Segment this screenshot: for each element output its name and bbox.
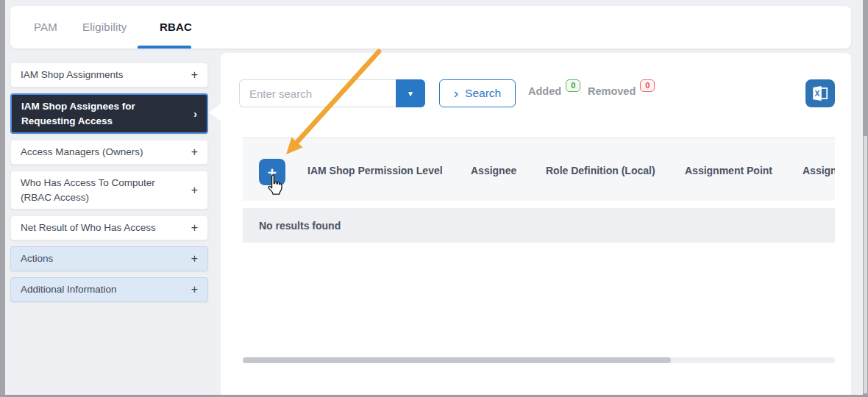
sidebar-item-label: IAM Shop Assignees for Requesting Access <box>21 99 182 128</box>
empty-results-row: No results found <box>243 208 835 243</box>
sidebar: IAM Shop Assignments + IAM Shop Assignee… <box>10 62 208 308</box>
sidebar-item-label: Actions <box>21 251 172 266</box>
sidebar-item-who-has-access[interactable]: Who Has Access To Computer (RBAC Access)… <box>10 171 208 210</box>
removed-counter: Removed 0 <box>588 85 655 99</box>
window-frame-left <box>0 0 5 397</box>
sidebar-item-iam-shop-assignments[interactable]: IAM Shop Assignments + <box>10 62 208 87</box>
sidebar-item-label: IAM Shop Assignments <box>21 68 172 82</box>
window-vertical-scrollbar[interactable] <box>864 136 867 393</box>
chevron-right-icon: › <box>193 108 197 120</box>
search-button-label: Search <box>465 87 501 100</box>
selected-item-pointer-notch <box>209 104 221 121</box>
added-counter: Added 0 <box>528 85 580 99</box>
horizontal-scrollbar-thumb[interactable] <box>243 357 671 363</box>
horizontal-scrollbar-track[interactable] <box>243 357 835 363</box>
column-header-assignment-point: Assignment Point <box>685 165 772 176</box>
sidebar-item-label: Access Managers (Owners) <box>21 145 172 160</box>
added-label: Added <box>528 85 561 97</box>
sidebar-item-iam-shop-assignees[interactable]: IAM Shop Assignees for Requesting Access… <box>10 93 208 134</box>
sidebar-item-access-managers[interactable]: Access Managers (Owners) + <box>10 140 208 165</box>
plus-expand-icon: + <box>191 283 198 296</box>
search-group: ▼ <box>239 79 424 107</box>
column-header-role-definition: Role Definition (Local) <box>546 165 655 176</box>
chevron-right-icon: › <box>454 86 458 100</box>
excel-icon: X <box>811 84 830 103</box>
empty-results-message: No results found <box>259 220 341 232</box>
active-tab-underline <box>138 46 191 49</box>
tab-rbac[interactable]: RBAC <box>160 6 192 48</box>
search-button[interactable]: › Search <box>439 79 516 107</box>
search-dropdown-button[interactable]: ▼ <box>396 79 425 107</box>
sidebar-item-actions[interactable]: Actions + <box>10 246 208 271</box>
results-table: + IAM Shop Permission Level Assignee Rol… <box>243 137 835 201</box>
removed-count-badge: 0 <box>640 79 655 92</box>
sidebar-item-label: Who Has Access To Computer (RBAC Access) <box>21 176 172 204</box>
svg-text:X: X <box>814 90 819 98</box>
sidebar-item-net-result[interactable]: Net Result of Who Has Access + <box>10 215 208 240</box>
column-header-assignment-clipped: Assignment <box>803 165 835 176</box>
plus-expand-icon: + <box>191 184 198 197</box>
add-row-button[interactable]: + <box>259 159 285 185</box>
sidebar-item-label: Additional Information <box>21 282 172 297</box>
plus-expand-icon: + <box>191 252 198 265</box>
main-panel: ▼ › Search Added 0 Removed 0 X + IAM Sho… <box>221 53 851 395</box>
export-excel-button[interactable]: X <box>805 79 835 107</box>
caret-down-icon: ▼ <box>407 90 414 98</box>
plus-expand-icon: + <box>191 221 198 235</box>
tab-eligibility[interactable]: Eligibility <box>82 6 127 48</box>
column-header-assignee: Assignee <box>471 165 516 176</box>
removed-label: Removed <box>588 85 636 97</box>
plus-expand-icon: + <box>191 146 198 159</box>
plus-expand-icon: + <box>191 68 198 82</box>
tab-bar: PAM Eligibility RBAC <box>10 6 851 49</box>
tab-pam[interactable]: PAM <box>34 6 57 48</box>
sidebar-item-additional-information[interactable]: Additional Information + <box>10 277 208 302</box>
search-input[interactable] <box>239 79 396 107</box>
table-header-row: + IAM Shop Permission Level Assignee Rol… <box>243 137 835 201</box>
sidebar-item-label: Net Result of Who Has Access <box>21 221 172 235</box>
column-header-permission-level: IAM Shop Permission Level <box>307 165 443 176</box>
added-count-badge: 0 <box>566 79 580 92</box>
